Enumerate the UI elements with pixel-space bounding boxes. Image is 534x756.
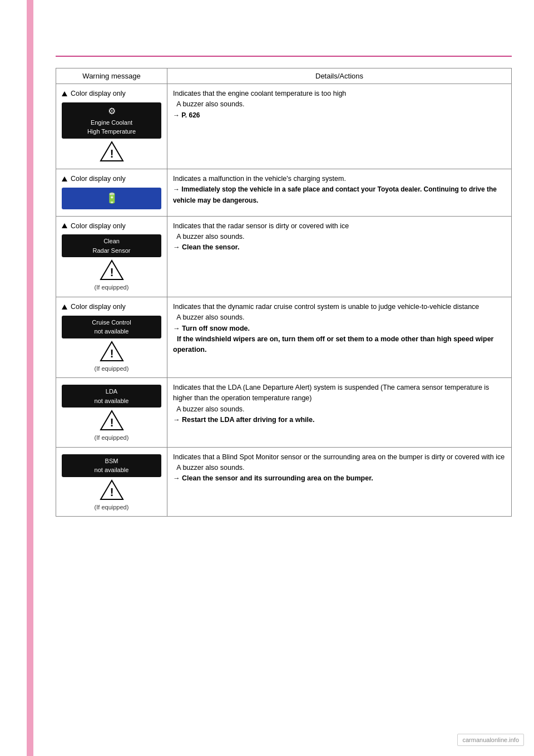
warning-cell-1: Color display only ⚙ Engine CoolantHigh …: [56, 84, 167, 169]
alert-triangle-4: !: [100, 341, 124, 362]
color-display-text-1: Color display only: [71, 89, 126, 99]
action-arrow-1: → P. 626: [173, 111, 200, 119]
triangle-icon-4: [62, 305, 67, 310]
table-row: Color display only 🔋 Indicates a malfunc…: [56, 169, 512, 216]
left-sidebar: [0, 0, 33, 756]
color-display-label-2: Color display only: [62, 174, 161, 184]
table-row: Color display only CleanRadar Sensor ! (…: [56, 216, 512, 297]
details-text-6: Indicates that a Blind Spot Monitor sens…: [173, 452, 506, 484]
svg-text:!: !: [110, 347, 113, 360]
details-cell-4: Indicates that the dynamic radar cruise …: [167, 297, 512, 377]
color-display-label-1: Color display only: [62, 89, 161, 99]
color-display-text-3: Color display only: [71, 221, 126, 232]
color-display-text-2: Color display only: [71, 174, 126, 184]
warning-cell-3: Color display only CleanRadar Sensor ! (…: [56, 216, 167, 297]
details-text-2: Indicates a malfunction in the vehicle's…: [173, 174, 506, 206]
badge-radar: CleanRadar Sensor: [62, 234, 161, 257]
table-row: BSMnot available ! (If equipped) Indicat…: [56, 447, 512, 517]
if-equipped-6: (If equipped): [62, 503, 161, 512]
badge-cruise: Cruise Controlnot available: [62, 316, 161, 338]
table-row: Color display only Cruise Controlnot ava…: [56, 297, 512, 377]
main-content: Warning message Details/Actions Color di…: [33, 0, 534, 756]
triangle-icon-3: [62, 223, 67, 228]
alert-triangle-6: !: [100, 479, 124, 500]
details-cell-5: Indicates that the LDA (Lane Departure A…: [167, 378, 512, 448]
page: Warning message Details/Actions Color di…: [0, 0, 534, 756]
table-row: Color display only ⚙ Engine CoolantHigh …: [56, 84, 512, 169]
watermark: carmanualonline.info: [457, 734, 524, 746]
top-divider: [56, 56, 512, 57]
alert-triangle-5: !: [100, 410, 124, 431]
action-arrow-2: → Immediately stop the vehicle in a safe…: [173, 185, 497, 204]
if-equipped-4: (If equipped): [62, 364, 161, 374]
alert-triangle-1: !: [100, 141, 124, 162]
svg-text:!: !: [110, 416, 113, 429]
details-cell-1: Indicates that the engine coolant temper…: [167, 84, 512, 169]
watermark-text: carmanualonline.info: [462, 737, 519, 743]
badge-battery: 🔋: [62, 188, 161, 209]
triangle-icon: [62, 91, 67, 96]
details-cell-6: Indicates that a Blind Spot Monitor sens…: [167, 447, 512, 517]
alert-triangle-3: !: [100, 259, 124, 281]
color-display-label-3: Color display only: [62, 221, 161, 232]
badge-lda: LDAnot available: [62, 385, 161, 408]
if-equipped-3: (If equipped): [62, 283, 161, 292]
details-cell-2: Indicates a malfunction in the vehicle's…: [167, 169, 512, 216]
details-text-4: Indicates that the dynamic radar cruise …: [173, 302, 506, 356]
svg-text:!: !: [110, 266, 113, 278]
pink-sidebar-bar: [27, 0, 33, 756]
col1-header: Warning message: [56, 68, 167, 84]
details-text-5: Indicates that the LDA (Lane Departure A…: [173, 382, 506, 426]
warning-cell-5: LDAnot available ! (If equipped): [56, 378, 167, 448]
warning-cell-4: Color display only Cruise Controlnot ava…: [56, 297, 167, 377]
svg-text:!: !: [110, 148, 113, 160]
warning-cell-2: Color display only 🔋: [56, 169, 167, 216]
svg-text:!: !: [110, 486, 113, 498]
details-cell-3: Indicates that the radar sensor is dirty…: [167, 216, 512, 297]
warning-table: Warning message Details/Actions Color di…: [56, 68, 512, 517]
color-display-text-4: Color display only: [71, 302, 126, 312]
details-text-1: Indicates that the engine coolant temper…: [173, 89, 506, 121]
badge-bsm: BSMnot available: [62, 454, 161, 477]
col2-header: Details/Actions: [167, 68, 512, 84]
triangle-icon-2: [62, 176, 67, 181]
if-equipped-5: (If equipped): [62, 433, 161, 443]
details-text-3: Indicates that the radar sensor is dirty…: [173, 221, 506, 253]
badge-engine-coolant: ⚙ Engine CoolantHigh Temperature: [62, 102, 161, 139]
warning-cell-6: BSMnot available ! (If equipped): [56, 447, 167, 517]
table-row: LDAnot available ! (If equipped) Indicat…: [56, 378, 512, 448]
color-display-label-4: Color display only: [62, 302, 161, 312]
